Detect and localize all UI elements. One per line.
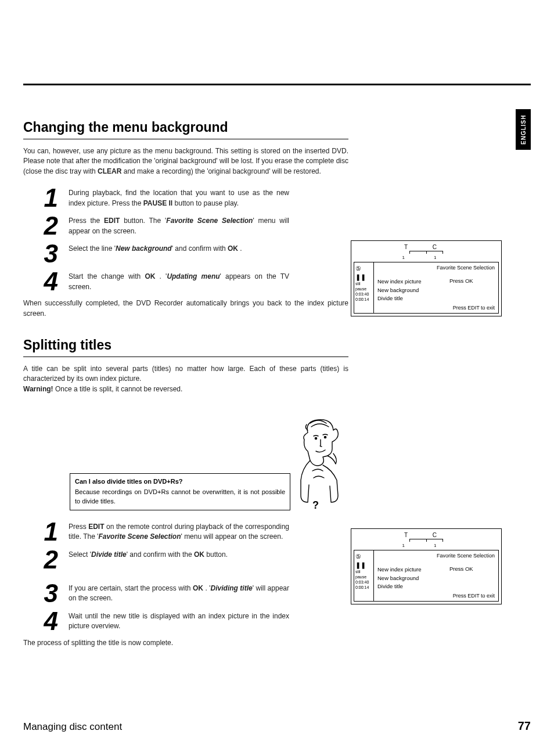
scale-letters: T C (404, 244, 448, 250)
scale-letters: T C (404, 532, 448, 538)
status-name: Updating menu (167, 272, 220, 280)
section2-heading: Splitting titles (23, 337, 348, 357)
osd-sidebar: ⑤ ❚❚ stil pause 0:03:40 0:00:14 (354, 262, 374, 313)
section2-intro: A title can be split into several parts … (23, 364, 348, 394)
section1-closing: When successfully completed, the DVD Rec… (23, 298, 348, 319)
warning-text: Once a title is split, it cannot be reve… (53, 385, 183, 393)
faq-box: Can I also divide titles on DVD+Rs? Beca… (70, 473, 290, 510)
osd-scale: T C 1 1 (351, 241, 501, 262)
step: 3 Select the line 'New background' and c… (23, 243, 348, 266)
osd-title: Favorite Scene Selection (437, 553, 495, 560)
osd-main: Favorite Scene Selection New index pictu… (374, 550, 498, 601)
ok-key: OK (145, 272, 155, 280)
step-number: 2 (23, 545, 58, 574)
step-number: 3 (23, 239, 58, 268)
text: A title can be split into several parts … (23, 365, 348, 383)
edit-key: EDIT (104, 217, 120, 225)
step: 4 Wait until the new title is displayed … (23, 610, 348, 633)
text: ' menu will appear on the screen. (181, 532, 283, 541)
step: 2 Select 'Divide title' and confirm with… (23, 549, 348, 572)
osd-sidebar: ⑤ ❚❚ stil pause 0:03:40 0:00:14 (354, 550, 374, 601)
text: button. The ' (120, 217, 166, 225)
footer-title: Managing disc content (23, 721, 122, 733)
scale-numbers: 1 1 (402, 543, 450, 548)
side-text: stil pause (355, 569, 372, 579)
text: Start the change with (69, 272, 145, 280)
osd-exit-hint: Press EDIT to exit (453, 593, 495, 600)
top-rule (23, 84, 531, 85)
text: ' and confirm with (172, 244, 228, 253)
side-text: 0:00:14 (355, 585, 372, 590)
osd-screen: T C 1 1 ⑤ ❚❚ stil pause 0:03:40 0:00:14 … (351, 240, 502, 316)
menu-name: Favorite Scene Selection (98, 532, 181, 541)
svg-point-1 (324, 436, 326, 438)
step: 1 Press EDIT on the remote control durin… (23, 521, 348, 544)
section1-heading: Changing the menu background (23, 120, 348, 139)
step-body: Select the line 'New background' and con… (69, 243, 289, 254)
side-text: 0:03:40 (355, 291, 372, 297)
step-number: 1 (23, 183, 58, 213)
osd-screen: T C 1 1 ⑤ ❚❚ stil pause 0:03:40 0:00:14 … (351, 528, 502, 604)
osd-exit-hint: Press EDIT to exit (453, 305, 495, 312)
osd-option: New index picture (377, 278, 495, 286)
text: . ' (203, 584, 211, 592)
pause-icon: ⑤ ❚❚ (355, 552, 372, 569)
edit-key: EDIT (88, 523, 104, 531)
step-number: 4 (23, 267, 58, 296)
side-text: stil pause (355, 281, 372, 291)
question-mark-icon: ? (312, 499, 319, 512)
section2-closing: The process of splitting the title is no… (23, 638, 348, 648)
text: button to pause play. (172, 199, 239, 207)
step-body: If you are certain, start the process wi… (69, 582, 289, 604)
step: 2 Press the EDIT button. The 'Favorite S… (23, 215, 348, 238)
text: Wait until the new title is displayed wi… (69, 612, 289, 630)
pause-key: PAUSE II (143, 199, 172, 207)
scale-numbers: 1 1 (402, 255, 450, 260)
ok-key: OK (228, 244, 238, 253)
side-text: 0:00:14 (355, 297, 372, 302)
clear-key: CLEAR (98, 167, 121, 175)
faq-question: Can I also divide titles on DVD+Rs? (75, 477, 285, 487)
text: If you are certain, start the process wi… (69, 584, 193, 592)
step: 3 If you are certain, start the process … (23, 582, 348, 606)
osd-option: Divide title (377, 582, 495, 591)
text: Select the line ' (69, 244, 116, 253)
step-body: Press the EDIT button. The 'Favorite Sce… (69, 215, 289, 236)
osd-option: New background (377, 574, 495, 582)
ok-key: OK (193, 584, 203, 592)
page-number: 77 (518, 719, 531, 733)
section1-intro: You can, however, use any picture as the… (23, 146, 348, 177)
osd-hint: Press OK (449, 566, 473, 573)
step-body: Start the change with OK . 'Updating men… (69, 271, 289, 292)
language-tab: ENGLISH (516, 109, 531, 150)
step-number: 4 (23, 607, 58, 636)
svg-point-0 (315, 437, 316, 439)
step-number: 1 (23, 517, 58, 546)
text: Press the (69, 217, 104, 225)
osd-main: Favorite Scene Selection New index pictu… (374, 262, 498, 313)
text: Select ' (69, 550, 91, 559)
osd-option: New index picture (377, 566, 495, 574)
option-name: New background (116, 244, 172, 253)
osd-option: Divide title (377, 294, 495, 303)
page-footer: Managing disc content 77 (23, 719, 531, 733)
text: . ' (155, 272, 167, 280)
step-number: 3 (23, 579, 58, 608)
osd-title: Favorite Scene Selection (437, 265, 495, 272)
thinking-man-illustration (290, 415, 348, 508)
text: button. (204, 550, 228, 559)
osd-option: New background (377, 286, 495, 294)
text: . (238, 244, 242, 253)
step: 1 During playback, find the location tha… (23, 187, 348, 210)
status-name: Dividing title (211, 584, 253, 592)
step-body: During playback, find the location that … (69, 187, 289, 208)
step-number: 2 (23, 211, 58, 240)
page-content: Changing the menu background You can, ho… (23, 120, 348, 648)
text: Press (69, 523, 88, 531)
step-body: Press EDIT on the remote control during … (69, 521, 289, 542)
pause-icon: ⑤ ❚❚ (355, 264, 372, 281)
step-body: Select 'Divide title' and confirm with t… (69, 549, 289, 560)
faq-answer: Because recordings on DVD+Rs cannot be o… (75, 488, 285, 505)
warning-label: Warning! (23, 385, 53, 393)
ok-key: OK (194, 550, 204, 559)
